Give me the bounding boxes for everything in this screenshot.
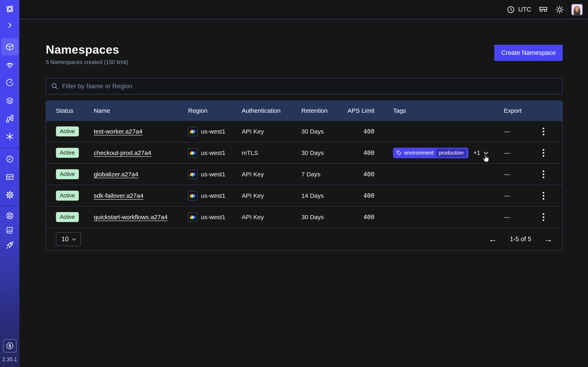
gcp-region-icon xyxy=(188,127,198,136)
export-value: — xyxy=(504,128,534,135)
sidebar-item-usage[interactable] xyxy=(0,150,19,168)
sidebar-item-getting-started[interactable] xyxy=(0,238,19,252)
pagination-bar: 10 ← 1-5 of 5 → xyxy=(46,227,562,250)
sidebar-item-docs[interactable] xyxy=(0,223,19,238)
tag-icon xyxy=(396,150,402,156)
chevron-down-icon xyxy=(72,237,76,240)
table-header-row: Status Name Region Authentication Retent… xyxy=(46,101,562,120)
previous-page-button[interactable]: ← xyxy=(489,235,497,243)
retention-value: 7 Days xyxy=(301,171,347,178)
namespace-link[interactable]: test-worker.a27a4 xyxy=(94,128,142,135)
layers-icon xyxy=(6,96,14,105)
labs-toggle-button[interactable] xyxy=(539,6,548,13)
tag-key: environment xyxy=(404,150,433,156)
pagination-range: 1-5 of 5 xyxy=(510,235,531,243)
timezone-selector[interactable]: UTC xyxy=(507,6,531,14)
tag-badge[interactable]: environment production xyxy=(393,148,468,158)
filter-input[interactable] xyxy=(62,83,557,90)
theme-toggle-button[interactable] xyxy=(555,5,564,14)
sidebar-item-nexus[interactable] xyxy=(0,128,19,146)
row-actions-menu-button[interactable] xyxy=(540,168,547,180)
namespace-link[interactable]: quickstart-workflows.a27a4 xyxy=(94,214,168,220)
col-header-region: Region xyxy=(188,107,242,114)
page-size-value: 10 xyxy=(61,235,68,243)
namespace-link[interactable]: sdk-failover.a27a4 xyxy=(94,192,144,199)
col-header-aps-limit: APS Limit xyxy=(347,107,374,114)
status-badge: Active xyxy=(56,191,79,201)
sidebar-divider xyxy=(0,148,19,148)
region-label: us-west1 xyxy=(201,128,225,135)
create-namespace-button[interactable]: Create Namespace xyxy=(494,45,563,61)
life-ring-icon xyxy=(6,211,14,220)
auth-method: API Key xyxy=(242,128,301,135)
row-actions-menu-button[interactable] xyxy=(540,190,547,202)
region-label: us-west1 xyxy=(201,214,225,221)
col-header-name: Name xyxy=(94,107,188,114)
sun-icon xyxy=(555,5,564,14)
status-badge: Active xyxy=(56,212,79,222)
sidebar-item-deployments[interactable] xyxy=(0,92,19,110)
timer-icon xyxy=(6,78,14,87)
namespaces-cube-icon xyxy=(6,43,14,51)
row-actions-menu-button[interactable] xyxy=(540,211,547,223)
chevron-right-icon xyxy=(7,22,13,28)
next-page-button[interactable]: → xyxy=(544,235,553,243)
gear-icon xyxy=(6,191,14,199)
sidebar-item-schedules[interactable] xyxy=(0,74,19,92)
sidebar-item-billing[interactable] xyxy=(0,168,19,186)
svg-text:$: $ xyxy=(8,343,11,349)
filter-bar[interactable] xyxy=(46,78,563,94)
search-icon xyxy=(51,83,58,90)
sidebar-item-settings[interactable] xyxy=(0,186,19,204)
table-row: Active checkout-prod.a27a4 us-west1 mTLS… xyxy=(46,142,562,163)
gcp-region-icon xyxy=(188,212,198,222)
region-label: us-west1 xyxy=(201,171,225,178)
retention-value: 30 Days xyxy=(301,150,347,156)
gcp-region-icon xyxy=(188,170,198,179)
credits-badge-icon: $ xyxy=(5,341,14,350)
col-header-status: Status xyxy=(56,107,94,114)
auth-method: API Key xyxy=(242,171,301,178)
export-value: — xyxy=(504,171,534,178)
aps-limit-value: 400 xyxy=(347,171,374,178)
sidebar-divider xyxy=(0,206,19,206)
topbar: UTC xyxy=(19,0,588,19)
export-value: — xyxy=(504,192,534,199)
row-actions-menu-button[interactable] xyxy=(540,147,547,159)
sidebar-item-connectivity[interactable] xyxy=(0,110,19,128)
col-header-tags: Tags xyxy=(374,107,504,114)
chevron-down-icon xyxy=(484,150,488,154)
retention-value: 30 Days xyxy=(301,214,347,221)
rocket-icon xyxy=(6,241,14,249)
credits-button[interactable]: $ xyxy=(3,339,17,352)
aps-limit-value: 400 xyxy=(347,192,374,199)
tags-expand-button[interactable]: +1 xyxy=(474,150,488,156)
namespace-link[interactable]: checkout-prod.a27a4 xyxy=(94,150,151,156)
page-title: Namespaces xyxy=(46,43,128,56)
tags-more-count: +1 xyxy=(474,150,480,156)
status-badge: Active xyxy=(56,148,79,158)
gcp-region-icon xyxy=(188,148,198,158)
sidebar-item-support[interactable] xyxy=(0,208,19,223)
table-row: Active quickstart-workflows.a27a4 us-wes… xyxy=(46,206,562,227)
aps-limit-value: 400 xyxy=(347,213,374,221)
sidebar-item-namespaces[interactable] xyxy=(0,38,19,56)
main-content: Namespaces 5 Namespaces created (100 lim… xyxy=(19,20,588,367)
sidebar: $ 2.35.1 xyxy=(0,0,19,367)
sidebar-item-insights[interactable] xyxy=(0,56,19,74)
page-size-select[interactable]: 10 xyxy=(56,232,81,246)
row-actions-menu-button[interactable] xyxy=(540,125,547,137)
namespaces-table: Status Name Region Authentication Retent… xyxy=(46,100,563,251)
status-badge: Active xyxy=(56,169,79,179)
table-row: Active globalizer.a27a4 us-west1 API Key… xyxy=(46,163,562,185)
asterisk-icon xyxy=(6,133,14,141)
tag-value: production xyxy=(436,149,466,157)
table-row: Active sdk-failover.a27a4 us-west1 API K… xyxy=(46,185,562,206)
user-avatar[interactable] xyxy=(571,4,583,15)
sidebar-expand-button[interactable] xyxy=(0,18,19,33)
temporal-logo[interactable] xyxy=(0,0,19,18)
timezone-label: UTC xyxy=(518,6,531,13)
namespace-link[interactable]: globalizer.a27a4 xyxy=(94,171,138,178)
docs-book-icon xyxy=(6,226,14,234)
insights-eye-icon xyxy=(6,60,14,69)
